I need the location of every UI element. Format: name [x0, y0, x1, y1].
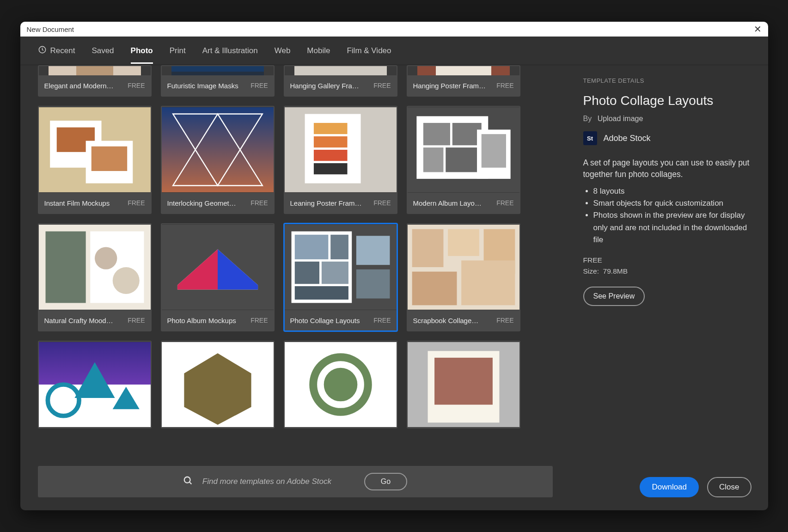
svg-line-68: [189, 482, 192, 484]
tab-label: Photo: [131, 46, 153, 55]
tab-label: Film & Video: [347, 46, 391, 55]
svg-rect-44: [321, 262, 348, 284]
template-card[interactable]: Interlocking Geomet…FREE: [161, 106, 275, 214]
by-label: By: [583, 115, 592, 122]
template-price: FREE: [496, 199, 513, 207]
template-card[interactable]: [284, 341, 397, 428]
template-details-panel: TEMPLATE DETAILS Photo Collage Layouts B…: [567, 65, 768, 510]
tab-saved[interactable]: Saved: [92, 38, 114, 64]
svg-rect-13: [162, 107, 274, 192]
tab-web[interactable]: Web: [275, 38, 291, 64]
template-card[interactable]: [38, 341, 152, 428]
svg-rect-66: [434, 358, 493, 405]
template-price: FREE: [250, 199, 268, 207]
svg-rect-2: [76, 66, 113, 75]
close-button[interactable]: Close: [707, 477, 751, 497]
svg-rect-41: [294, 235, 328, 259]
svg-rect-4: [171, 72, 264, 75]
template-name: Natural Crafty Mood…: [44, 317, 113, 324]
details-author: By Upload image: [583, 115, 751, 123]
template-card[interactable]: Photo Album MockupsFREE: [161, 223, 275, 331]
template-price: FREE: [128, 82, 145, 89]
template-card-selected[interactable]: Photo Collage LayoutsFREE: [284, 223, 397, 331]
size-label: Size:: [583, 267, 599, 275]
tab-label: Mobile: [307, 46, 330, 55]
tab-print[interactable]: Print: [170, 38, 186, 64]
svg-rect-32: [90, 232, 144, 303]
svg-point-34: [112, 267, 139, 294]
template-price: FREE: [373, 199, 391, 207]
category-tabs: Recent Saved Photo Print Art & Illustrat…: [20, 37, 768, 65]
close-icon[interactable]: ✕: [754, 24, 762, 35]
download-button[interactable]: Download: [640, 477, 699, 497]
svg-rect-45: [294, 286, 348, 300]
template-card[interactable]: Futuristic Image MasksFREE: [161, 65, 275, 97]
author-link[interactable]: Upload image: [598, 115, 643, 122]
template-card[interactable]: Instant Film MockupsFREE: [38, 106, 152, 214]
template-card[interactable]: Hanging Gallery Fra…FREE: [284, 65, 397, 97]
template-card[interactable]: [161, 341, 275, 428]
details-size: Size: 79.8MB: [583, 267, 751, 275]
svg-rect-47: [356, 269, 390, 299]
bullet-item: 8 layouts: [593, 185, 751, 197]
svg-rect-21: [313, 163, 347, 174]
svg-rect-19: [313, 136, 347, 147]
svg-rect-46: [356, 236, 390, 265]
svg-rect-29: [481, 134, 506, 168]
svg-rect-50: [448, 229, 479, 256]
details-bullets: 8 layouts Smart objects for quick custom…: [583, 185, 751, 246]
window-title: New Document: [27, 25, 74, 33]
stock-name: Adobe Stock: [604, 134, 651, 143]
template-card[interactable]: Scrapbook Collage…FREE: [407, 223, 520, 331]
template-name: Instant Film Mockups: [44, 199, 110, 207]
bullet-item: Photos shown in the preview are for disp…: [593, 209, 751, 246]
template-price: FREE: [496, 82, 513, 89]
clock-icon: [38, 45, 47, 56]
svg-rect-18: [313, 123, 347, 134]
svg-rect-26: [423, 147, 443, 172]
tab-recent[interactable]: Recent: [38, 37, 75, 65]
template-name: Scrapbook Collage…: [413, 317, 479, 324]
go-button[interactable]: Go: [364, 473, 407, 490]
tab-film-video[interactable]: Film & Video: [347, 38, 391, 64]
svg-point-33: [95, 247, 117, 269]
template-price: FREE: [373, 82, 391, 89]
tab-art-illustration[interactable]: Art & Illustration: [202, 38, 258, 64]
template-price: FREE: [250, 82, 268, 89]
tab-photo[interactable]: Photo: [131, 38, 153, 64]
new-document-dialog: New Document ✕ Recent Saved Photo Print …: [20, 22, 768, 510]
template-grid-scroll[interactable]: Elegant and Modern…FREE Futuristic Image…: [38, 65, 564, 464]
template-price: FREE: [128, 199, 145, 207]
template-card[interactable]: Elegant and Modern…FREE: [38, 65, 152, 97]
template-grid: Elegant and Modern…FREE Futuristic Image…: [38, 65, 559, 438]
adobe-stock-search: Go: [38, 466, 553, 497]
tab-mobile[interactable]: Mobile: [307, 38, 330, 64]
details-title: Photo Collage Layouts: [583, 93, 751, 108]
svg-rect-24: [423, 123, 450, 145]
svg-rect-12: [91, 147, 127, 171]
template-card[interactable]: Leaning Poster Fram…FREE: [284, 106, 397, 214]
see-preview-button[interactable]: See Preview: [583, 287, 645, 306]
svg-rect-31: [45, 232, 86, 303]
svg-point-67: [184, 477, 190, 483]
tab-label: Saved: [92, 46, 114, 55]
template-card[interactable]: [407, 341, 520, 428]
details-section-label: TEMPLATE DETAILS: [583, 77, 751, 84]
template-card[interactable]: Hanging Poster Fram…FREE: [407, 65, 520, 97]
svg-rect-42: [330, 235, 348, 259]
template-name: Photo Album Mockups: [167, 317, 236, 324]
titlebar: New Document ✕: [20, 22, 768, 37]
stock-source[interactable]: St Adobe Stock: [583, 131, 751, 145]
svg-rect-27: [446, 147, 481, 172]
template-card[interactable]: Natural Crafty Mood…FREE: [38, 223, 152, 331]
svg-rect-43: [294, 262, 319, 284]
search-icon: [183, 476, 193, 488]
template-price: FREE: [128, 317, 145, 324]
tab-label: Print: [170, 46, 186, 55]
template-card[interactable]: Modern Album Layo…FREE: [407, 106, 520, 214]
template-name: Photo Collage Layouts: [290, 317, 360, 324]
details-description: A set of page layouts you can use to eas…: [583, 157, 751, 181]
template-name: Hanging Poster Fram…: [413, 82, 486, 90]
search-input[interactable]: [202, 477, 355, 486]
svg-rect-20: [313, 150, 347, 161]
